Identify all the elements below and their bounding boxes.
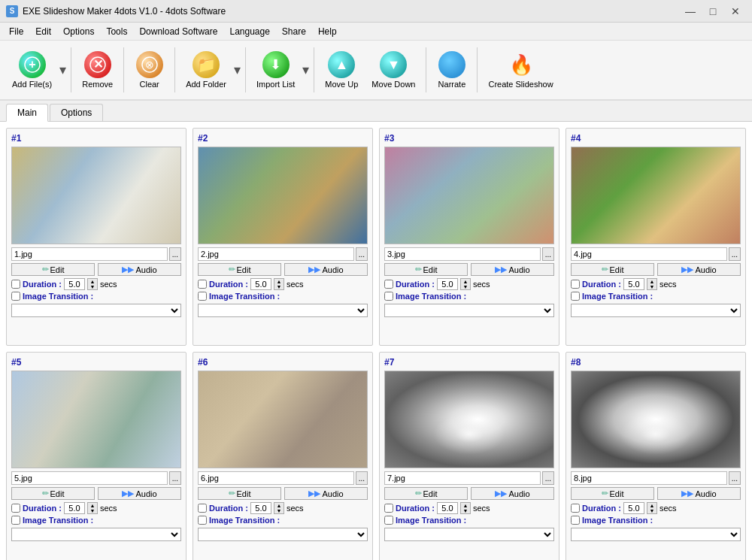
browse-button-7[interactable]: ... [542, 471, 554, 485]
filename-input-4[interactable] [571, 247, 727, 261]
duration-down-6[interactable]: ▼ [274, 508, 284, 513]
browse-button-2[interactable]: ... [356, 247, 368, 261]
duration-checkbox-2[interactable] [198, 280, 207, 289]
duration-up-6[interactable]: ▲ [274, 503, 284, 508]
duration-input-8[interactable] [623, 502, 644, 514]
duration-down-7[interactable]: ▼ [461, 508, 470, 513]
transition-checkbox-8[interactable] [571, 516, 580, 525]
filename-input-1[interactable] [11, 247, 168, 261]
transition-dropdown-7[interactable] [384, 528, 554, 541]
duration-checkbox-5[interactable] [11, 504, 20, 513]
transition-dropdown-1[interactable] [11, 304, 181, 317]
tab-options[interactable]: Options [50, 104, 103, 121]
menu-download[interactable]: Download Software [133, 25, 223, 38]
duration-input-2[interactable] [250, 278, 271, 290]
audio-button-3[interactable]: ▶▶ Audio [471, 263, 554, 276]
add-folder-button[interactable]: 📁 Add Folder [180, 44, 232, 96]
menu-edit[interactable]: Edit [29, 25, 57, 38]
duration-checkbox-7[interactable] [384, 504, 393, 513]
duration-up-5[interactable]: ▲ [88, 503, 97, 508]
transition-checkbox-7[interactable] [384, 516, 393, 525]
duration-down-5[interactable]: ▼ [88, 508, 97, 513]
transition-dropdown-3[interactable] [384, 304, 554, 317]
browse-button-1[interactable]: ... [169, 247, 181, 261]
menu-tools[interactable]: Tools [100, 25, 133, 38]
filename-input-5[interactable] [11, 471, 168, 485]
duration-input-7[interactable] [437, 502, 458, 514]
duration-up-4[interactable]: ▲ [647, 279, 656, 284]
duration-checkbox-3[interactable] [384, 280, 393, 289]
transition-dropdown-2[interactable] [198, 304, 368, 317]
duration-up-3[interactable]: ▲ [461, 279, 470, 284]
audio-button-5[interactable]: ▶▶ Audio [98, 487, 181, 500]
duration-input-6[interactable] [250, 502, 271, 514]
audio-button-8[interactable]: ▶▶ Audio [657, 487, 741, 500]
filename-input-7[interactable] [384, 471, 541, 485]
minimize-button[interactable]: — [680, 2, 701, 20]
transition-dropdown-6[interactable] [198, 528, 368, 541]
duration-input-3[interactable] [437, 278, 458, 290]
duration-checkbox-1[interactable] [11, 280, 20, 289]
browse-button-5[interactable]: ... [169, 471, 181, 485]
audio-button-1[interactable]: ▶▶ Audio [98, 263, 181, 276]
transition-checkbox-2[interactable] [198, 292, 207, 301]
duration-down-3[interactable]: ▼ [461, 284, 470, 289]
filename-input-2[interactable] [198, 247, 354, 261]
transition-dropdown-5[interactable] [11, 528, 181, 541]
menu-options[interactable]: Options [57, 25, 100, 38]
audio-button-2[interactable]: ▶▶ Audio [284, 263, 368, 276]
edit-button-3[interactable]: ✏ Edit [384, 263, 468, 276]
edit-button-4[interactable]: ✏ Edit [571, 263, 654, 276]
maximize-button[interactable]: □ [702, 2, 723, 20]
duration-up-7[interactable]: ▲ [461, 503, 470, 508]
transition-checkbox-6[interactable] [198, 516, 207, 525]
edit-button-2[interactable]: ✏ Edit [198, 263, 281, 276]
duration-down-8[interactable]: ▼ [647, 508, 656, 513]
duration-up-8[interactable]: ▲ [647, 503, 656, 508]
duration-checkbox-4[interactable] [571, 280, 580, 289]
edit-button-1[interactable]: ✏ Edit [11, 263, 95, 276]
transition-checkbox-3[interactable] [384, 292, 393, 301]
edit-button-7[interactable]: ✏ Edit [384, 487, 468, 500]
audio-button-7[interactable]: ▶▶ Audio [471, 487, 554, 500]
duration-up-2[interactable]: ▲ [274, 279, 284, 284]
edit-button-6[interactable]: ✏ Edit [198, 487, 281, 500]
import-list-button[interactable]: ⬇ Import List [250, 44, 301, 96]
add-files-dropdown-arrow[interactable]: ▾ [59, 62, 66, 78]
duration-down-4[interactable]: ▼ [647, 284, 656, 289]
duration-checkbox-8[interactable] [571, 504, 580, 513]
close-button[interactable]: ✕ [725, 2, 746, 20]
duration-checkbox-6[interactable] [198, 504, 207, 513]
add-folder-dropdown-arrow[interactable]: ▾ [234, 62, 241, 78]
narrate-button[interactable]: Narrate [431, 44, 472, 96]
transition-checkbox-1[interactable] [11, 292, 20, 301]
audio-button-6[interactable]: ▶▶ Audio [284, 487, 368, 500]
transition-checkbox-5[interactable] [11, 516, 20, 525]
clear-button[interactable]: ⊗ Clear [129, 44, 170, 96]
edit-button-8[interactable]: ✏ Edit [571, 487, 654, 500]
duration-input-1[interactable] [64, 278, 85, 290]
import-list-dropdown-arrow[interactable]: ▾ [302, 62, 309, 78]
menu-file[interactable]: File [3, 25, 29, 38]
tab-main[interactable]: Main [6, 104, 48, 122]
remove-button[interactable]: ✕ Remove [76, 44, 119, 96]
duration-down-2[interactable]: ▼ [274, 284, 284, 289]
filename-input-6[interactable] [198, 471, 354, 485]
transition-dropdown-8[interactable] [571, 528, 741, 541]
filename-input-3[interactable] [384, 247, 541, 261]
transition-dropdown-4[interactable] [571, 304, 741, 317]
browse-button-6[interactable]: ... [356, 471, 368, 485]
move-down-button[interactable]: ▼ Move Down [365, 44, 421, 96]
menu-share[interactable]: Share [276, 25, 312, 38]
menu-language[interactable]: Language [223, 25, 275, 38]
filename-input-8[interactable] [571, 471, 727, 485]
create-slideshow-button[interactable]: 🔥 Create Slideshow [482, 44, 559, 96]
duration-input-5[interactable] [64, 502, 85, 514]
slide-grid-area[interactable]: #1 ... ✏ Edit ▶▶ Audio Duration : ▲ ▼ [0, 122, 752, 560]
add-files-button[interactable]: + Add File(s) [6, 44, 58, 96]
browse-button-4[interactable]: ... [729, 247, 741, 261]
edit-button-5[interactable]: ✏ Edit [11, 487, 95, 500]
duration-input-4[interactable] [623, 278, 644, 290]
menu-help[interactable]: Help [312, 25, 343, 38]
audio-button-4[interactable]: ▶▶ Audio [657, 263, 741, 276]
